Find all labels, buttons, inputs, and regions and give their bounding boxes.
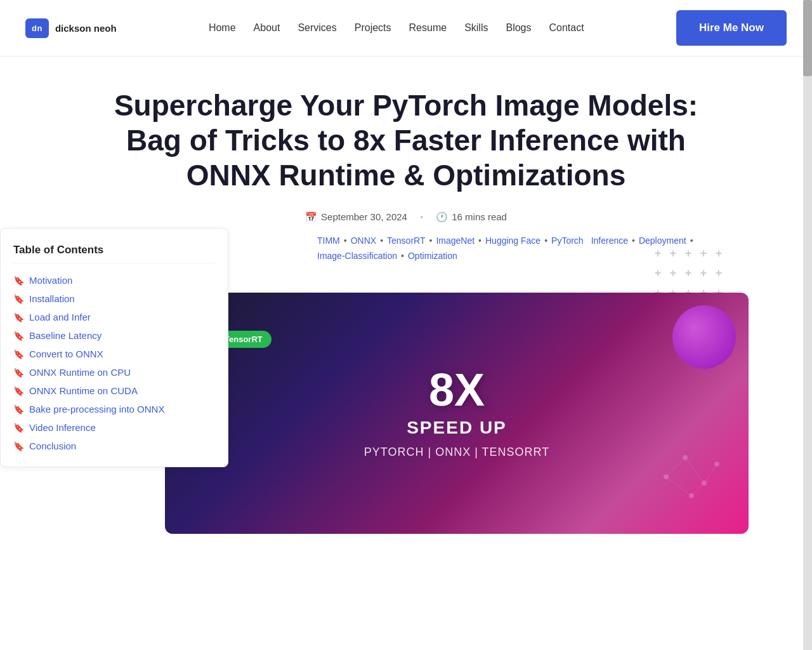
bookmark-icon-7: 🔖 [13, 386, 24, 396]
tag-optimization[interactable]: Optimization [408, 251, 457, 261]
tag-onnx[interactable]: ONNX [351, 235, 376, 247]
toc-item-video-inference[interactable]: 🔖 Video Inference [13, 422, 215, 433]
article-meta: 📅 September 30, 2024 • 🕐 16 mins read [89, 211, 723, 223]
svg-line-9 [666, 477, 691, 496]
article-hero-image: TensorRT 8X SPEED UP PYTORCH | ONNX | TE… [165, 293, 749, 534]
clock-icon: 🕐 [436, 211, 448, 223]
speed-label: SPEED UP [407, 418, 507, 438]
toc-item-conclusion[interactable]: 🔖 Conclusion [13, 441, 215, 451]
nav-item-contact[interactable]: Contact [549, 22, 584, 34]
toc-item-convert-onnx[interactable]: 🔖 Convert to ONNX [13, 348, 215, 359]
svg-line-7 [704, 464, 717, 483]
speed-number: 8X [429, 367, 485, 413]
nav-item-blogs[interactable]: Blogs [506, 22, 531, 34]
toc-list: 🔖 Motivation 🔖 Installation 🔖 Load and I… [13, 275, 215, 451]
bookmark-icon-6: 🔖 [13, 368, 24, 378]
bookmark-icon-4: 🔖 [13, 331, 24, 341]
calendar-icon: 📅 [305, 211, 317, 223]
read-time: 🕐 16 mins read [436, 211, 507, 223]
bookmark-icon-3: 🔖 [13, 312, 24, 322]
toc-item-installation[interactable]: 🔖 Installation [13, 293, 215, 304]
svg-line-8 [691, 483, 704, 496]
bookmark-icon-1: 🔖 [13, 275, 24, 286]
nav-item-resume[interactable]: Resume [409, 22, 447, 34]
nav-links: Home About Services Projects Resume Skil… [209, 22, 584, 34]
scrollbar[interactable] [803, 0, 812, 650]
toc-item-baseline-latency[interactable]: 🔖 Baseline Latency [13, 330, 215, 341]
toc-item-motivation[interactable]: 🔖 Motivation [13, 275, 215, 286]
hire-me-button[interactable]: Hire Me Now [676, 10, 787, 46]
nav-item-skills[interactable]: Skills [464, 22, 488, 34]
nav-item-about[interactable]: About [254, 22, 280, 34]
navbar: dn dickson neoh Home About Services Proj… [0, 0, 812, 56]
tag-inference[interactable]: Inference [591, 235, 628, 247]
nav-item-projects[interactable]: Projects [355, 22, 391, 34]
toc-item-bake-preprocessing[interactable]: 🔖 Bake pre-processing into ONNX [13, 404, 215, 415]
network-nodes-svg [653, 445, 730, 508]
logo-area: dn dickson neoh [25, 18, 117, 38]
toc-item-onnx-cpu[interactable]: 🔖 ONNX Runtime on CPU [13, 367, 215, 378]
article-title: Supercharge Your PyTorch Image Models: B… [89, 88, 723, 194]
tag-huggingface[interactable]: Hugging Face [485, 235, 540, 247]
toc-item-load-infer[interactable]: 🔖 Load and Infer [13, 312, 215, 322]
svg-line-6 [685, 458, 704, 483]
tag-image-classification[interactable]: Image-Classification [317, 251, 397, 261]
article-date: 📅 September 30, 2024 [305, 211, 407, 223]
toc-item-onnx-cuda[interactable]: 🔖 ONNX Runtime on CUDA [13, 385, 215, 396]
main-content: Supercharge Your PyTorch Image Models: B… [0, 56, 812, 534]
nav-item-services[interactable]: Services [298, 22, 336, 34]
logo-box: dn [25, 18, 49, 38]
scrollbar-thumb[interactable] [803, 0, 812, 76]
svg-line-5 [666, 458, 685, 477]
tag-deployment[interactable]: Deployment [639, 235, 686, 247]
toc-title: Table of Contents [13, 244, 215, 263]
tag-imagenet[interactable]: ImageNet [436, 235, 475, 247]
table-of-contents: Table of Contents 🔖 Motivation 🔖 Install… [0, 228, 228, 467]
tag-pytorch[interactable]: PyTorch [551, 235, 584, 247]
tag-tensorrt[interactable]: TensorRT [387, 235, 425, 247]
speed-sub-text: PYTORCH | ONNX | TENSORRT [364, 446, 549, 459]
bookmark-icon-8: 🔖 [13, 404, 24, 415]
bookmark-icon-2: 🔖 [13, 294, 24, 304]
bookmark-icon-5: 🔖 [13, 349, 24, 359]
tag-timm[interactable]: TIMM [317, 235, 340, 247]
logo-name: dickson neoh [55, 23, 117, 34]
nav-item-home[interactable]: Home [209, 22, 236, 34]
bookmark-icon-10: 🔖 [13, 441, 24, 451]
bookmark-icon-9: 🔖 [13, 423, 24, 433]
